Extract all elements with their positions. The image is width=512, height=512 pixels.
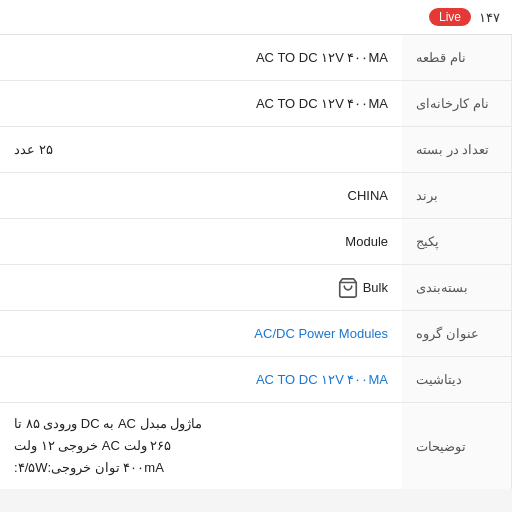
cell-value-package: Module (0, 219, 402, 264)
cell-value-datasheet[interactable]: AC TO DC ۱۲V ۴۰۰MA (0, 357, 402, 402)
cell-label-packaging: بسته‌بندی (402, 265, 512, 310)
cell-value-part-name: AC TO DC ۱۲V ۴۰۰MA (0, 35, 402, 80)
product-table: نام قطعهAC TO DC ۱۲V ۴۰۰MAنام کارخانه‌ای… (0, 35, 512, 489)
cell-label-factory-name: نام کارخانه‌ای (402, 81, 512, 126)
bulk-label: Bulk (363, 280, 388, 295)
live-badge: Live (429, 8, 471, 26)
cell-label-brand: برند (402, 173, 512, 218)
description-line: ۴۰۰mA توان خروجی:۴/۵W: (14, 457, 164, 479)
table-row-description: توضیحاتماژول مبدل AC به DC ورودی ۸۵ تا۲۶… (0, 403, 512, 489)
top-bar: ۱۴۷ Live (0, 0, 512, 35)
bag-icon: Bulk (337, 277, 388, 299)
table-row-count-per-package: تعداد در بسته۲۵ عدد (0, 127, 512, 173)
table-row-group-title: عنوان گروهAC/DC Power Modules (0, 311, 512, 357)
table-row-brand: برندCHINA (0, 173, 512, 219)
cell-value-factory-name: AC TO DC ۱۲V ۴۰۰MA (0, 81, 402, 126)
table-row-factory-name: نام کارخانه‌ایAC TO DC ۱۲V ۴۰۰MA (0, 81, 512, 127)
cell-label-package: پکیج (402, 219, 512, 264)
cell-value-group-title[interactable]: AC/DC Power Modules (0, 311, 402, 356)
top-bar-number: ۱۴۷ (479, 10, 500, 25)
cell-label-part-name: نام قطعه (402, 35, 512, 80)
cell-label-datasheet: دیتاشیت (402, 357, 512, 402)
table-row-datasheet: دیتاشیتAC TO DC ۱۲V ۴۰۰MA (0, 357, 512, 403)
cell-value-packaging: Bulk (0, 265, 402, 310)
cell-label-description: توضیحات (402, 403, 512, 489)
cell-label-group-title: عنوان گروه (402, 311, 512, 356)
table-row-packaging: بسته‌بندی Bulk (0, 265, 512, 311)
cell-value-count-per-package: ۲۵ عدد (0, 127, 402, 172)
description-line: ماژول مبدل AC به DC ورودی ۸۵ تا (14, 413, 202, 435)
table-row-part-name: نام قطعهAC TO DC ۱۲V ۴۰۰MA (0, 35, 512, 81)
description-line: ۲۶۵ ولت AC خروجی ۱۲ ولت (14, 435, 171, 457)
table-row-package: پکیجModule (0, 219, 512, 265)
cell-value-brand: CHINA (0, 173, 402, 218)
cell-label-count-per-package: تعداد در بسته (402, 127, 512, 172)
cell-value-description: ماژول مبدل AC به DC ورودی ۸۵ تا۲۶۵ ولت A… (0, 403, 402, 489)
